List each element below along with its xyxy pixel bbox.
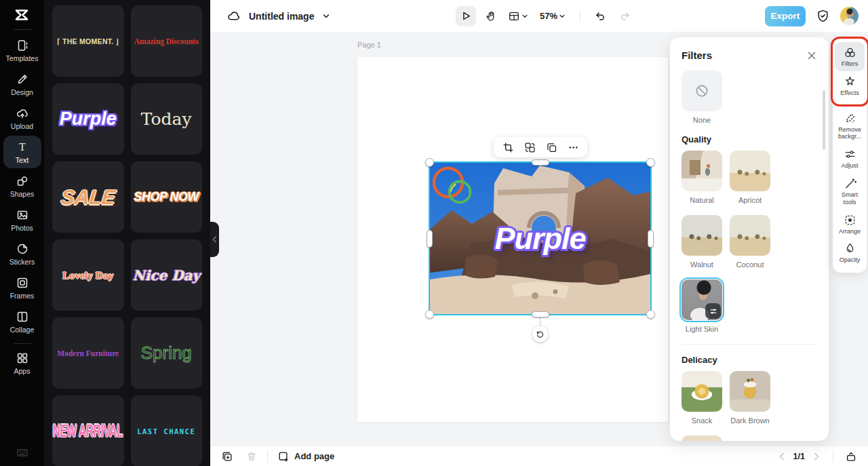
filter-option-natural[interactable]: Natural bbox=[682, 151, 722, 204]
template-card-last-chance[interactable]: LAST CHANCE bbox=[131, 395, 203, 466]
bottom-toolbar: Add page 1/1 bbox=[210, 446, 868, 466]
document-title[interactable]: Untitled image bbox=[249, 11, 314, 22]
tool-arrange[interactable]: Arrange bbox=[835, 210, 865, 239]
sidebar-item-photos[interactable]: Photos bbox=[3, 203, 41, 236]
chevron-down-icon bbox=[559, 13, 566, 20]
tool-effects[interactable]: Effects bbox=[835, 71, 865, 100]
sidebar-item-upload[interactable]: Upload bbox=[3, 102, 41, 134]
filter-option-none[interactable]: None bbox=[682, 71, 722, 124]
divider bbox=[682, 344, 817, 345]
sidebar-item-collage[interactable]: Collage bbox=[3, 305, 41, 338]
sidebar-item-design[interactable]: Design bbox=[3, 68, 41, 100]
sidebar-item-text[interactable]: T Text bbox=[3, 136, 41, 168]
effects-icon bbox=[844, 75, 856, 88]
hand-tool-button[interactable] bbox=[481, 6, 501, 26]
magic-wand-icon bbox=[844, 177, 856, 190]
tool-filters[interactable]: Filters bbox=[835, 42, 865, 71]
redo-button[interactable] bbox=[615, 6, 635, 26]
keyboard-shortcuts-icon[interactable] bbox=[16, 446, 29, 459]
sidebar-item-templates[interactable]: Templates bbox=[3, 34, 41, 66]
resize-handle-left[interactable] bbox=[427, 230, 433, 248]
filter-option-snack[interactable]: Snack bbox=[682, 371, 722, 425]
cloud-save-icon[interactable] bbox=[226, 9, 241, 23]
filter-adjust-badge[interactable] bbox=[705, 303, 721, 319]
tool-smart-tools[interactable]: Smart tools bbox=[835, 173, 865, 210]
resize-handle-top-right[interactable] bbox=[646, 158, 655, 167]
template-card-sale[interactable]: SALE bbox=[52, 161, 124, 233]
template-card-text: LAST CHANCE bbox=[137, 427, 195, 435]
replace-button[interactable] bbox=[521, 138, 538, 156]
chevron-down-icon[interactable] bbox=[322, 12, 330, 20]
template-card-nice-day[interactable]: Nice Day bbox=[131, 239, 203, 311]
select-tool-button[interactable] bbox=[456, 6, 476, 26]
template-card-lovely-day[interactable]: Lovely Day bbox=[52, 239, 124, 311]
text-templates-panel: ⌈ THE MOMENT. ⌋ Amazing Discounts Purple… bbox=[44, 0, 210, 466]
sidebar-item-apps[interactable]: Apps bbox=[3, 347, 41, 379]
resize-handle-bottom[interactable] bbox=[532, 311, 549, 317]
filter-option-walnut[interactable]: Walnut bbox=[682, 215, 722, 269]
divider bbox=[838, 104, 861, 104]
template-card-new-arrival[interactable]: NEW ARRIVAL bbox=[52, 395, 124, 466]
template-card-text: SHOP NOW bbox=[134, 190, 199, 204]
arrange-icon bbox=[844, 214, 856, 227]
filter-option-apricot[interactable]: Apricot bbox=[730, 151, 770, 204]
page-manager-icon[interactable] bbox=[845, 450, 857, 463]
sidebar-item-frames[interactable]: Frames bbox=[3, 271, 41, 304]
template-card-spring[interactable]: Spring bbox=[131, 317, 203, 389]
scrollbar[interactable] bbox=[823, 90, 825, 150]
next-page-button[interactable] bbox=[812, 452, 821, 461]
more-options-button[interactable] bbox=[564, 138, 582, 156]
resize-handle-top[interactable] bbox=[532, 159, 549, 166]
delete-page-button[interactable] bbox=[245, 450, 258, 463]
selected-image[interactable]: Purple bbox=[430, 163, 650, 314]
rotate-icon bbox=[536, 330, 545, 338]
panel-collapse-handle[interactable] bbox=[210, 222, 219, 257]
resize-handle-right[interactable] bbox=[648, 230, 654, 248]
tool-adjust[interactable]: Adjust bbox=[835, 144, 865, 173]
crop-button[interactable] bbox=[499, 138, 517, 156]
svg-text:T: T bbox=[19, 141, 26, 153]
add-page-button[interactable]: Add page bbox=[277, 450, 334, 463]
template-card-modern-furniture[interactable]: Modern Furniture bbox=[52, 317, 124, 389]
image-overlay-text[interactable]: Purple bbox=[430, 221, 650, 256]
zoom-level-button[interactable]: 57% bbox=[535, 6, 570, 26]
export-button[interactable]: Export bbox=[765, 6, 806, 26]
tool-opacity[interactable]: Opacity bbox=[835, 238, 865, 267]
filter-option-coconut[interactable]: Coconut bbox=[730, 215, 770, 269]
template-card-amazing-discounts[interactable]: Amazing Discounts bbox=[131, 5, 203, 77]
duplicate-page-button[interactable] bbox=[221, 450, 233, 463]
tool-label: Arrange bbox=[839, 228, 861, 235]
filters-panel: Filters None Quality Natural Apricot Wal… bbox=[670, 37, 829, 441]
undo-button[interactable] bbox=[590, 6, 610, 26]
previous-page-button[interactable] bbox=[777, 452, 787, 461]
tool-label: Adjust bbox=[841, 162, 858, 170]
resize-handle-bottom-left[interactable] bbox=[425, 310, 434, 319]
resize-handle-bottom-right[interactable] bbox=[646, 310, 655, 319]
filter-option-dark-brown[interactable]: Dark Brown bbox=[730, 371, 770, 425]
tool-remove-background[interactable]: Remove backgr... bbox=[835, 108, 865, 144]
template-card-text: Spring bbox=[141, 343, 192, 364]
tool-label: Filters bbox=[842, 60, 859, 68]
section-title-quality: Quality bbox=[682, 134, 817, 144]
template-card-text: Purple bbox=[60, 109, 117, 130]
template-card-shop-now[interactable]: SHOP NOW bbox=[131, 161, 203, 233]
template-card-text: Amazing Discounts bbox=[134, 37, 199, 45]
duplicate-button[interactable] bbox=[542, 138, 560, 156]
template-card-the-moment[interactable]: ⌈ THE MOMENT. ⌋ bbox=[52, 5, 124, 77]
close-icon[interactable] bbox=[806, 50, 817, 61]
filter-option-light-skin[interactable]: Light Skin bbox=[682, 279, 722, 333]
template-card-today[interactable]: Today bbox=[131, 83, 203, 155]
sidebar-item-shapes[interactable]: Shapes bbox=[3, 170, 41, 202]
sidebar-item-label: Photos bbox=[11, 224, 33, 232]
filter-option-miso[interactable]: Miso bbox=[682, 435, 722, 441]
user-avatar[interactable] bbox=[840, 7, 859, 25]
template-card-purple[interactable]: Purple bbox=[52, 83, 124, 155]
sidebar-item-stickers[interactable]: Stickers bbox=[3, 237, 41, 270]
capcut-logo[interactable] bbox=[14, 7, 31, 22]
divider bbox=[267, 450, 268, 463]
rotate-handle[interactable] bbox=[532, 326, 548, 342]
shield-check-icon[interactable] bbox=[816, 9, 830, 23]
layout-tool-button[interactable] bbox=[506, 6, 530, 26]
resize-handle-top-left[interactable] bbox=[425, 158, 434, 167]
templates-icon bbox=[16, 39, 29, 52]
